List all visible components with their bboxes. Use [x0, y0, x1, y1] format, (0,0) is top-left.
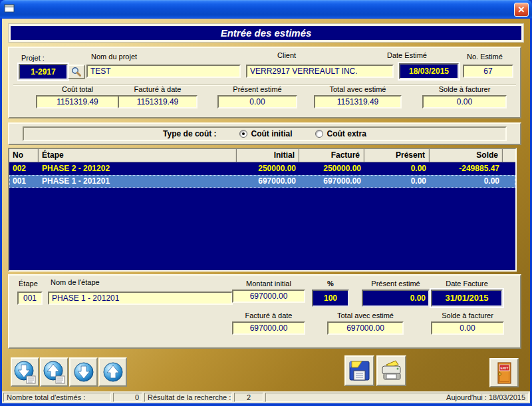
project-panel: Projet : 1-2917 Nom du projet TEST Clien…	[8, 47, 521, 118]
grid-empty-area	[9, 188, 515, 270]
detail-facture-label: Facturé à date	[245, 311, 293, 319]
nom-projet-field[interactable]: TEST	[86, 65, 241, 78]
detail-facture-field[interactable]: 697000.00	[232, 321, 305, 335]
cout-total-field[interactable]: 1151319.49	[36, 95, 119, 108]
detail-solde-label: Solde à facturer	[442, 311, 493, 319]
column-header-present[interactable]: Présent	[364, 149, 430, 162]
project-lookup-button[interactable]	[68, 65, 85, 79]
present-estime-label: Présent estimé	[233, 85, 281, 93]
status-total-value: 0	[113, 393, 142, 402]
cell-no: 002	[9, 162, 39, 175]
goto-last-record-button[interactable]	[11, 357, 39, 387]
cout-extra-label: Coût extra	[327, 129, 366, 138]
radio-cout-extra[interactable]: Coût extra	[315, 129, 366, 138]
cell-facture: 697000.00	[299, 175, 364, 188]
goto-first-record-button[interactable]	[40, 357, 68, 387]
cell-initial: 250000.00	[237, 162, 299, 175]
cout-initial-label: Coût initial	[251, 129, 293, 138]
etape-label: Étape	[19, 280, 38, 288]
exit-door-icon: EXIT	[493, 360, 515, 385]
client-label: Client	[277, 51, 296, 59]
montant-initial-group: Montant initial 697000.00	[232, 280, 305, 303]
solde-facturer-group: Solde à facturer 0.00	[422, 85, 507, 108]
detail-present-label: Présent estimé	[371, 280, 420, 288]
pct-field[interactable]: 100	[312, 290, 349, 307]
cell-present: 0.00	[364, 175, 430, 188]
projet-label: Projet :	[21, 54, 45, 62]
cout-total-group: Coût total 1151319.49	[36, 85, 119, 108]
arrow-down-icon	[72, 360, 95, 384]
detail-total-group: Total avec estimé 697000.00	[327, 311, 404, 335]
app-form-icon[interactable]	[4, 3, 15, 14]
nom-projet-label: Nom du projet	[91, 53, 137, 61]
detail-solde-field[interactable]: 0.00	[431, 321, 504, 335]
total-avec-estime-label: Total avec estimé	[330, 85, 386, 93]
detail-present-field[interactable]: 0.00	[362, 290, 430, 307]
facture-date-label: Facturé à date	[134, 85, 182, 93]
column-header-initial[interactable]: Initial	[237, 149, 299, 162]
arrow-down-document-icon	[13, 359, 37, 385]
printer-icon	[378, 358, 405, 383]
montant-initial-label: Montant initial	[246, 280, 291, 288]
client-field[interactable]: VERR2917 VERREAULT INC.	[246, 65, 394, 78]
column-header-facture[interactable]: Facturé	[299, 149, 364, 162]
cell-stub	[503, 162, 515, 175]
facture-date-group: Facturé à date 1151319.49	[118, 85, 198, 108]
radio-unselected-icon	[315, 130, 323, 138]
detail-solde-group: Solde à facturer 0.00	[431, 311, 504, 335]
pct-group: % 100	[312, 280, 349, 307]
solde-facturer-field[interactable]: 0.00	[422, 95, 507, 108]
date-facture-group: Date Facture 31/01/2015	[431, 280, 503, 307]
print-button[interactable]	[376, 355, 406, 386]
nom-etape-field[interactable]: PHASE 1 - 201201	[48, 292, 233, 305]
statusbar: Nombre total d'estimés : 0 Résultat de l…	[2, 391, 530, 403]
montant-initial-field[interactable]: 697000.00	[232, 290, 305, 303]
cell-present: 0.00	[364, 162, 430, 175]
previous-record-button[interactable]	[98, 357, 127, 387]
detail-total-field[interactable]: 697000.00	[327, 321, 404, 335]
pct-label: %	[327, 280, 334, 288]
radio-cout-initial[interactable]: Coût initial	[239, 129, 293, 138]
cost-type-label: Type de coût :	[163, 129, 216, 138]
table-row[interactable]: 002 PHASE 2 - 201202 250000.00 250000.00…	[9, 162, 515, 175]
cell-etape: PHASE 2 - 201202	[39, 162, 237, 175]
cost-type-strip: Type de coût : Coût initial Coût extra	[23, 126, 507, 141]
projet-field[interactable]: 1-2917	[19, 64, 68, 80]
save-button[interactable]	[344, 355, 374, 386]
column-header-solde[interactable]: Solde	[430, 149, 503, 162]
cell-initial: 697000.00	[237, 175, 299, 188]
window-body: Entrée des estimés Projet : 1-2917 Nom d…	[2, 19, 530, 391]
cell-etape: PHASE 1 - 201201	[39, 175, 237, 188]
no-estime-field[interactable]: 67	[463, 65, 513, 78]
next-record-button[interactable]	[69, 357, 98, 387]
column-header-etape[interactable]: Étape	[39, 149, 237, 162]
total-avec-estime-field[interactable]: 1151319.49	[314, 95, 402, 108]
status-result-value: 2	[234, 393, 263, 402]
date-estime-field[interactable]: 18/03/2015	[399, 63, 459, 79]
page-title: Entrée des estimés	[11, 26, 521, 40]
cout-total-label: Coût total	[62, 85, 93, 93]
grid-header: No Étape Initial Facturé Présent Solde	[9, 149, 515, 162]
arrow-up-icon	[102, 360, 124, 384]
status-total-label: Nombre total d'estimés :	[3, 393, 111, 402]
etape-field[interactable]: 001	[17, 292, 43, 305]
date-estime-label: Date Estimé	[387, 51, 427, 59]
close-button[interactable]: ✕	[514, 3, 529, 17]
detail-facture-group: Facturé à date 697000.00	[232, 311, 305, 335]
cell-solde: 0.00	[430, 175, 503, 188]
date-facture-label: Date Facture	[446, 280, 488, 288]
estimates-grid: No Étape Initial Facturé Présent Solde 0…	[8, 148, 517, 272]
titlebar[interactable]: ✕	[0, 0, 532, 19]
detail-present-group: Présent estimé 0.00	[362, 280, 430, 307]
floppy-disk-icon	[347, 358, 372, 383]
app-window: ✕ Entrée des estimés Projet : 1-2917 Nom…	[0, 0, 532, 406]
table-row-selected[interactable]: 001 PHASE 1 - 201201 697000.00 697000.00…	[9, 175, 515, 188]
cell-no: 001	[9, 175, 39, 188]
date-facture-field[interactable]: 31/01/2015	[431, 290, 503, 307]
facture-date-field[interactable]: 1151319.49	[118, 95, 198, 108]
present-estime-field[interactable]: 0.00	[217, 95, 297, 108]
detail-panel: Étape 001 Nom de l'étape PHASE 1 - 20120…	[8, 274, 521, 349]
arrow-up-document-icon	[43, 359, 66, 385]
exit-button[interactable]: EXIT	[489, 358, 519, 387]
column-header-no[interactable]: No	[9, 149, 39, 162]
